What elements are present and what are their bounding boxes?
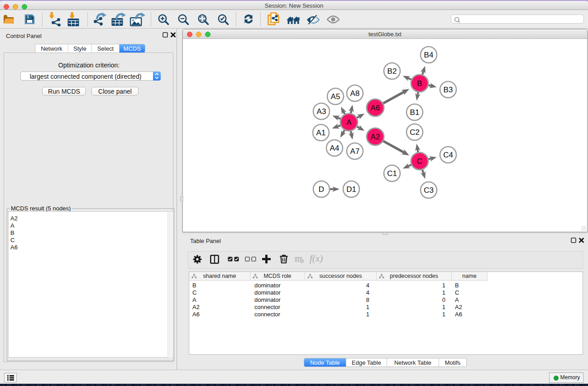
svg-text:B4: B4 — [424, 51, 434, 59]
svg-text:D: D — [319, 185, 324, 194]
svg-text:A3: A3 — [317, 107, 326, 116]
svg-text:D1: D1 — [346, 185, 356, 194]
svg-text:A4: A4 — [330, 144, 339, 152]
svg-text:A2: A2 — [371, 133, 380, 141]
svg-text:C4: C4 — [443, 151, 453, 159]
svg-text:A7: A7 — [350, 147, 360, 156]
svg-text:C2: C2 — [410, 128, 420, 137]
svg-text:A1: A1 — [316, 129, 326, 137]
svg-text:A5: A5 — [331, 92, 340, 101]
svg-text:A: A — [346, 118, 352, 127]
svg-text:B3: B3 — [444, 86, 453, 94]
svg-text:B2: B2 — [387, 67, 397, 76]
svg-text:C: C — [417, 157, 422, 166]
svg-text:A8: A8 — [350, 89, 360, 98]
svg-text:C1: C1 — [387, 169, 397, 178]
svg-text:A6: A6 — [371, 104, 380, 112]
svg-text:B1: B1 — [410, 108, 420, 117]
svg-text:B: B — [417, 79, 422, 88]
svg-text:C3: C3 — [424, 186, 434, 195]
